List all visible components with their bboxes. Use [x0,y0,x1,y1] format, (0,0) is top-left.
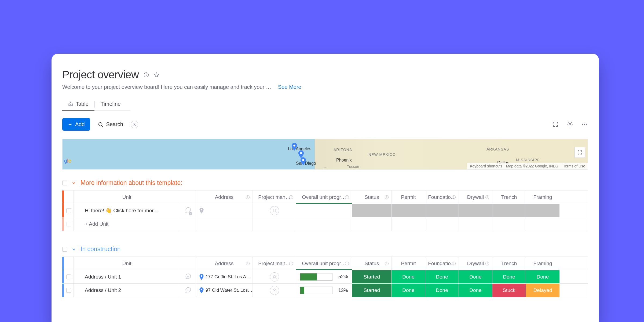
stage-cell[interactable]: Delayed [526,284,559,297]
row-checkbox-cell[interactable] [64,284,74,297]
column-header-stage[interactable]: Drywall [459,191,492,204]
stage-cell[interactable] [526,204,559,217]
tab-timeline[interactable]: Timeline [95,98,127,111]
stage-cell[interactable]: Done [492,270,526,283]
conversation-cell[interactable]: 1 [180,204,196,217]
add-unit-row[interactable]: + Add Unit [62,217,588,231]
see-more-link[interactable]: See More [278,84,301,90]
info-icon[interactable] [246,195,250,199]
column-header-stage[interactable]: Framing [526,257,559,270]
unit-cell[interactable]: Address / Unit 2 [74,284,180,297]
conversation-cell[interactable]: + [180,270,196,283]
group-title[interactable]: In construction [80,246,121,253]
map-fullscreen-button[interactable] [575,147,585,158]
avatar[interactable] [270,206,279,215]
info-icon[interactable] [289,195,293,199]
star-icon[interactable] [154,72,159,78]
status-cell[interactable]: Started [352,284,392,297]
group-checkbox[interactable] [62,181,67,185]
more-icon[interactable] [581,121,588,128]
stage-cell[interactable] [492,204,526,217]
column-header-stage[interactable]: Foundatio… [425,191,459,204]
column-header-progress[interactable]: Overall unit progr… [296,257,352,270]
stage-cell[interactable]: Stuck [492,284,526,297]
progress-cell[interactable] [296,204,352,217]
unit-cell[interactable]: Hi there! 👋 Click here for mor… [74,204,180,217]
add-button[interactable]: Add [62,118,90,131]
map-shortcuts[interactable]: Keyboard shortcuts [470,164,502,168]
column-header-stage[interactable]: Trench [492,257,526,270]
stage-cell[interactable]: Done [459,270,492,283]
stage-cell[interactable]: Done [392,270,425,283]
conversation-icon[interactable]: + [185,286,192,295]
info-icon[interactable] [452,195,456,199]
project-manager-cell[interactable] [253,270,296,283]
tab-table[interactable]: Table [62,98,94,111]
search-button[interactable]: Search [98,121,123,127]
info-icon[interactable] [385,195,389,199]
add-unit-cell[interactable]: + Add Unit [74,217,180,231]
map-drag-handle[interactable]: :::: [323,167,328,170]
stage-cell[interactable] [425,204,459,217]
conversation-icon[interactable]: + [185,273,192,281]
avatar[interactable] [270,272,279,281]
stage-cell[interactable] [392,204,425,217]
map-terms[interactable]: Terms of Use [563,164,585,168]
status-cell[interactable]: Started [352,270,392,283]
row-checkbox-cell[interactable] [64,204,74,217]
address-cell[interactable]: 177 Griffin St. Los An… [196,270,253,283]
table-row: Address / Unit 2+97 Old Water St. Los …1… [62,284,588,297]
progress-cell[interactable]: 52% [296,270,352,283]
column-header-stage[interactable]: Permit [392,191,425,204]
column-header-progress[interactable]: Overall unit progr… [296,191,352,204]
progress-cell[interactable]: 13% [296,284,352,297]
column-header-stage[interactable]: Trench [492,191,526,204]
address-cell[interactable]: 97 Old Water St. Los … [196,284,253,297]
project-manager-cell[interactable] [253,204,296,217]
person-icon [132,122,137,127]
info-icon[interactable] [345,195,349,199]
gear-icon[interactable] [567,121,574,128]
stage-cell[interactable] [459,204,492,217]
stage-cell[interactable]: Done [459,284,492,297]
avatar[interactable] [270,286,279,295]
column-header-unit[interactable]: Unit [74,257,180,270]
unit-cell[interactable]: Address / Unit 1 [74,270,180,283]
column-header-unit[interactable]: Unit [74,191,180,204]
info-icon[interactable] [385,261,389,266]
group-title[interactable]: More information about this template: [80,179,182,186]
conversation-cell[interactable]: + [180,284,196,297]
info-icon[interactable] [345,261,349,266]
chevron-down-icon[interactable] [71,181,76,185]
stage-cell[interactable]: Done [425,270,459,283]
column-header-stage[interactable]: Framing [526,191,559,204]
project-manager-cell[interactable] [253,284,296,297]
column-header-address[interactable]: Address [196,191,253,204]
row-checkbox-cell[interactable] [64,270,74,283]
info-icon[interactable] [246,261,250,266]
column-header-status[interactable]: Status [352,257,392,270]
expand-icon[interactable] [552,121,559,128]
map-section[interactable]: gle Los Angeles San Diego Phoenix Tucson… [62,139,588,170]
stage-cell[interactable]: Done [526,270,559,283]
status-cell[interactable] [352,204,392,217]
info-icon[interactable] [452,261,456,266]
stage-cell[interactable]: Done [392,284,425,297]
info-icon[interactable] [289,261,293,266]
group-checkbox[interactable] [62,247,67,252]
column-header-project-manager[interactable]: Project man… [253,191,296,204]
info-icon[interactable] [144,72,149,78]
address-cell[interactable] [196,204,253,217]
stage-cell[interactable]: Done [425,284,459,297]
person-filter-button[interactable] [131,121,138,128]
column-header-project-manager[interactable]: Project man… [253,257,296,270]
conversation-icon[interactable]: 1 [185,206,192,215]
column-header-address[interactable]: Address [196,257,253,270]
info-icon[interactable] [485,195,489,199]
column-header-stage[interactable]: Permit [392,257,425,270]
column-header-status[interactable]: Status [352,191,392,204]
info-icon[interactable] [485,261,489,266]
column-header-stage[interactable]: Foundatio… [425,257,459,270]
chevron-down-icon[interactable] [71,247,76,252]
column-header-stage[interactable]: Drywall [459,257,492,270]
